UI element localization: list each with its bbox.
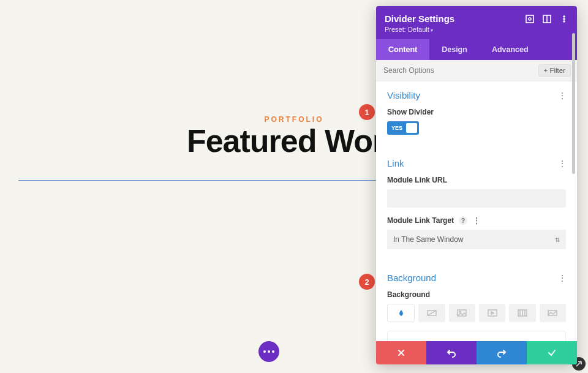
more-icon[interactable]: [560, 15, 568, 23]
section-title-visibility[interactable]: Visibility: [387, 90, 420, 100]
show-divider-toggle[interactable]: YES: [387, 121, 419, 135]
section-menu-icon[interactable]: ⋮: [558, 92, 566, 99]
bg-tab-color[interactable]: [387, 304, 415, 322]
snap-icon[interactable]: [543, 15, 551, 23]
settings-panel: Divider Settings Preset: Default Content…: [376, 6, 577, 364]
help-icon[interactable]: ?: [459, 216, 467, 225]
scrollbar[interactable]: [572, 33, 575, 174]
show-divider-label: Show Divider: [387, 108, 566, 116]
section-link: Link ⋮ Module Link URL Module Link Targe…: [376, 149, 577, 257]
svg-rect-0: [526, 15, 533, 23]
redo-button[interactable]: [477, 341, 527, 364]
section-menu-icon[interactable]: ⋮: [558, 160, 566, 167]
section-title-link[interactable]: Link: [387, 158, 404, 168]
panel-body: Visibility ⋮ Show Divider YES Link ⋮ Mod…: [376, 81, 577, 341]
svg-point-5: [564, 18, 565, 20]
undo-button[interactable]: [426, 341, 477, 364]
preset-dropdown[interactable]: Preset: Default: [385, 26, 568, 33]
section-menu-icon[interactable]: ⋮: [558, 275, 566, 281]
background-label: Background: [387, 290, 566, 299]
link-url-input[interactable]: [387, 189, 566, 208]
bg-tab-image[interactable]: [449, 304, 475, 322]
tab-design[interactable]: Design: [429, 39, 480, 60]
annotation-badge-1: 1: [359, 104, 375, 120]
toggle-value: YES: [391, 125, 402, 131]
svg-point-6: [564, 21, 565, 22]
panel-header[interactable]: Divider Settings Preset: Default: [376, 6, 577, 39]
tab-advanced[interactable]: Advanced: [480, 39, 541, 60]
svg-rect-11: [488, 310, 497, 316]
panel-tabs: Content Design Advanced: [376, 39, 577, 60]
bg-tab-pattern[interactable]: [509, 304, 535, 322]
toggle-knob: [406, 123, 417, 133]
filter-button[interactable]: Filter: [538, 64, 571, 77]
responsive-icon[interactable]: [526, 15, 534, 23]
panel-title: Divider Settings: [385, 13, 454, 24]
select-value: In The Same Window: [393, 235, 464, 244]
search-input[interactable]: [382, 64, 538, 77]
tab-content[interactable]: Content: [376, 39, 429, 60]
bg-tab-gradient[interactable]: [418, 304, 445, 322]
section-visibility: Visibility ⋮ Show Divider YES: [376, 81, 577, 142]
background-add-area[interactable]: + Add Background Color: [387, 331, 566, 341]
svg-point-4: [564, 16, 565, 17]
save-button[interactable]: [527, 341, 577, 364]
annotation-badge-2: 2: [359, 274, 375, 290]
panel-footer: [376, 341, 577, 364]
section-title-background[interactable]: Background: [387, 273, 436, 283]
svg-line-8: [428, 311, 436, 315]
cancel-button[interactable]: [376, 341, 426, 364]
link-target-label: Module Link Target ? ⋮: [387, 216, 566, 225]
bg-tab-video[interactable]: [479, 304, 505, 322]
field-menu-icon[interactable]: ⋮: [472, 217, 480, 224]
svg-point-10: [459, 311, 461, 312]
link-url-label: Module Link URL: [387, 176, 566, 184]
bg-tab-mask[interactable]: [540, 304, 566, 322]
link-target-select[interactable]: In The Same Window: [387, 230, 566, 249]
section-background: Background ⋮ Background + Add Background…: [376, 264, 577, 341]
svg-point-1: [529, 18, 531, 20]
